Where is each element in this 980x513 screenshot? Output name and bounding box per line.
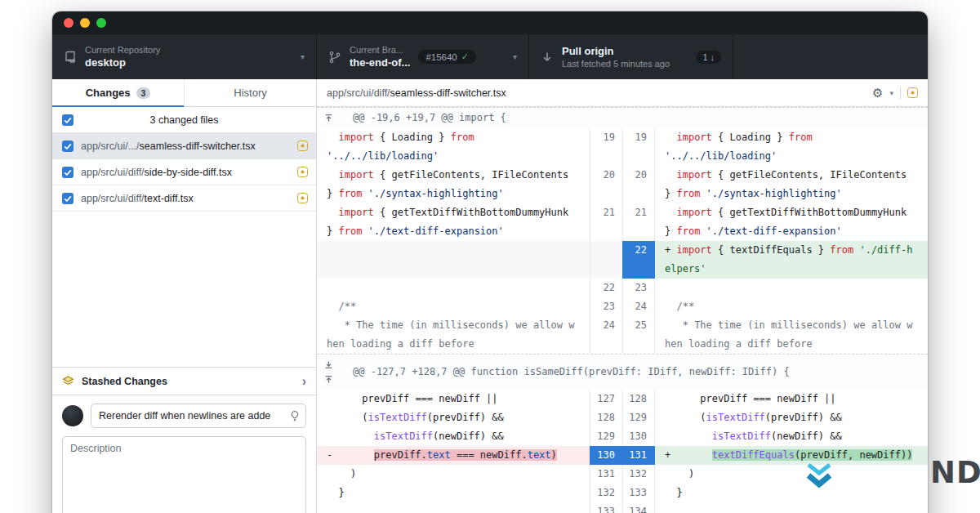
line-number: 132 [590, 484, 622, 502]
code-line: ) [655, 465, 928, 484]
chevron-down-icon[interactable]: ▾ [889, 89, 893, 97]
line-number: 20 [590, 166, 622, 203]
file-row[interactable]: app/src/ui/diff/side-by-side-diff.tsx [52, 159, 316, 185]
hunk-header-text: @@ -127,7 +128,7 @@ function isSameDiff(… [317, 363, 790, 381]
file-checkbox[interactable] [62, 193, 74, 204]
repo-label: Current Repository [85, 45, 160, 55]
expand-up-icon[interactable] [324, 375, 333, 384]
line-number [590, 241, 622, 279]
expand-down-icon[interactable] [324, 360, 333, 369]
line-number: 133 [590, 502, 622, 513]
branch-switcher-button[interactable]: Current Bra... the-end-of... #15640 ✓ ▾ [317, 34, 529, 79]
file-path: app/src/ui/diff/text-diff.tsx [81, 193, 290, 204]
line-number: 19 [622, 128, 655, 166]
commit-description-input[interactable] [62, 436, 306, 513]
stashed-changes-row[interactable]: Stashed Changes › [52, 367, 316, 395]
line-number[interactable]: 131 [622, 446, 655, 465]
code-line: * The time (in milliseconds) we allow w … [655, 316, 928, 354]
code-line[interactable]: - prevDiff.text === newDiff.text) [317, 446, 590, 465]
line-number: 132 [622, 465, 655, 484]
line-number: 129 [590, 427, 622, 446]
changed-files-summary-label: 3 changed files [149, 114, 218, 126]
line-number: 127 [590, 390, 622, 408]
modified-status-icon [297, 141, 308, 151]
modified-status-icon [907, 87, 918, 98]
changed-files-summary: 3 changed files [52, 107, 316, 133]
code-line[interactable]: + import { textDiffEquals } from './diff… [655, 241, 928, 279]
git-branch-icon [328, 51, 341, 64]
line-number: 130 [622, 427, 655, 446]
file-row[interactable]: app/src/ui/.../seamless-diff-switcher.ts… [52, 133, 316, 159]
tab-history[interactable]: History [184, 79, 316, 106]
line-number: 23 [622, 279, 655, 297]
pull-count-badge: 1 ↓ [696, 51, 721, 64]
file-path-dir: app/src/ui/diff/ [327, 87, 390, 99]
file-path: app/src/ui/.../seamless-diff-switcher.ts… [81, 141, 290, 152]
line-number: 20 [622, 166, 655, 203]
gear-icon[interactable]: ⚙ [872, 87, 883, 99]
select-all-checkbox[interactable] [62, 114, 74, 126]
line-number: 19 [590, 128, 622, 166]
divider [900, 87, 901, 100]
line-number[interactable]: 130 [590, 446, 622, 465]
changes-count-badge: 3 [136, 87, 151, 99]
tab-changes[interactable]: Changes 3 [52, 79, 184, 106]
stashed-changes-label: Stashed Changes [82, 376, 167, 387]
code-line: import { getFileContents, IFileContents … [317, 166, 590, 203]
line-number: 128 [622, 390, 655, 408]
code-line: * The time (in milliseconds) we allow w … [317, 316, 590, 354]
pr-number: #15640 [425, 52, 457, 62]
code-line: import { Loading } from '../../lib/loadi… [317, 128, 590, 166]
file-path-name: seamless-diff-switcher.tsx [390, 87, 506, 99]
modified-status-icon [297, 193, 308, 203]
titlebar [52, 11, 928, 34]
close-button[interactable] [64, 18, 74, 28]
pull-title: Pull origin [562, 45, 670, 57]
code-line: prevDiff === newDiff || [317, 390, 590, 408]
lightbulb-icon [289, 410, 301, 422]
sidebar-empty-space [52, 212, 316, 367]
check-icon: ✓ [461, 51, 469, 62]
branch-name: the-end-of... [350, 56, 410, 69]
code-line: } [655, 484, 928, 502]
line-number: 129 [622, 408, 655, 427]
zoom-button[interactable] [96, 18, 106, 28]
hunk-header: @@ -127,7 +128,7 @@ function isSameDiff(… [317, 354, 928, 390]
line-number: 25 [622, 316, 655, 354]
file-path: app/src/ui/diff/side-by-side-diff.tsx [81, 167, 290, 178]
code-line: ) [317, 465, 590, 484]
pr-badge: #15640 ✓ [418, 50, 476, 64]
file-checkbox[interactable] [62, 167, 74, 178]
line-number[interactable]: 22 [622, 241, 655, 279]
screenshot-canvas: Current Repository desktop ▾ Current Bra… [0, 0, 980, 513]
line-number: 128 [590, 408, 622, 427]
repo-name: desktop [85, 56, 160, 69]
file-checkbox[interactable] [62, 141, 74, 152]
code-line: isTextDiff(newDiff) && [317, 427, 590, 446]
code-line: import { getTextDiffWithBottomDummyHunk … [655, 203, 928, 241]
expand-up-icon[interactable] [324, 114, 333, 123]
code-line [317, 241, 590, 279]
line-number: 131 [590, 465, 622, 484]
split-diff: @@ -19,6 +19,7 @@ import { import { Load… [317, 107, 928, 513]
tab-changes-label: Changes [86, 87, 131, 99]
code-line: (isTextDiff(prevDiff) && [317, 408, 590, 427]
tab-history-label: History [234, 87, 266, 99]
repository-switcher-button[interactable]: Current Repository desktop ▾ [52, 34, 317, 79]
toolbar: Current Repository desktop ▾ Current Bra… [52, 34, 928, 79]
minimize-button[interactable] [80, 18, 90, 28]
line-number: 21 [622, 203, 655, 241]
chevron-down-icon: ▾ [301, 52, 305, 61]
toolbar-empty-space [733, 34, 928, 79]
code-line[interactable]: + textDiffEquals(prevDiff, newDiff)) [655, 446, 928, 465]
code-line: import { getFileContents, IFileContents … [655, 166, 928, 203]
commit-summary-input[interactable] [91, 404, 306, 428]
changes-sidebar: Changes 3 History 3 changed files app/sr… [52, 79, 317, 513]
chevron-right-icon: › [302, 375, 306, 388]
code-line [317, 279, 590, 297]
pull-count: 1 [702, 52, 707, 62]
arrow-down-small-icon: ↓ [710, 52, 715, 62]
file-row[interactable]: app/src/ui/diff/text-diff.tsx [52, 185, 316, 212]
pull-origin-button[interactable]: Pull origin Last fetched 5 minutes ago 1… [529, 34, 733, 79]
branch-label: Current Bra... [350, 45, 410, 55]
